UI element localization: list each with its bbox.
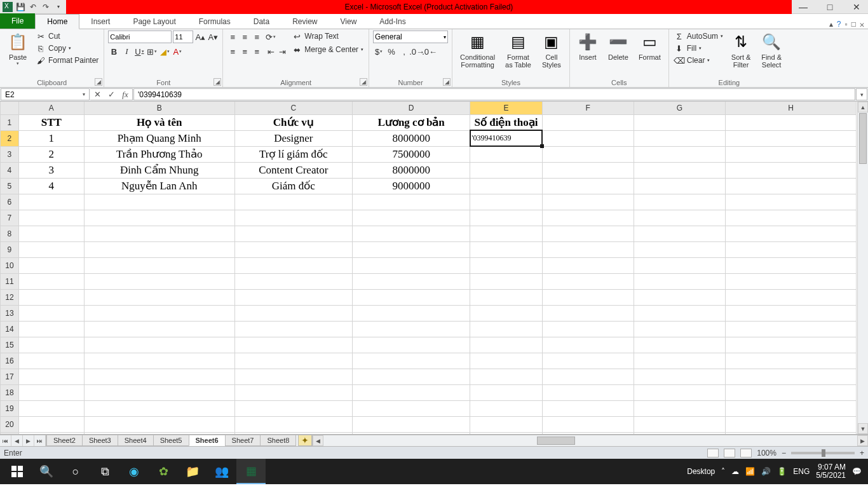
cell[interactable] [725, 114, 856, 130]
first-sheet-icon[interactable]: ⏮ [0, 435, 11, 446]
cell[interactable] [725, 273, 856, 289]
cell[interactable] [470, 289, 542, 305]
horizontal-scrollbar[interactable]: ◀ ▶ [312, 435, 868, 446]
cell[interactable] [84, 257, 234, 273]
cell[interactable] [634, 226, 725, 241]
select-all-corner[interactable] [1, 102, 19, 114]
cell[interactable] [18, 321, 84, 337]
cell[interactable] [634, 178, 725, 194]
cell[interactable] [353, 384, 470, 400]
increase-font-icon[interactable]: A▴ [194, 30, 206, 43]
cell[interactable] [353, 289, 470, 305]
cell[interactable] [725, 257, 856, 273]
sort-filter-button[interactable]: ⇅Sort & Filter [727, 30, 755, 70]
cell[interactable] [234, 257, 352, 273]
cell[interactable] [234, 210, 352, 226]
cell[interactable] [353, 400, 470, 416]
sheet-tab[interactable]: Sheet7 [225, 435, 261, 446]
cell[interactable]: Trần Phương Thảo [84, 146, 234, 162]
formula-bar[interactable]: '0399410639 [133, 88, 855, 100]
cell[interactable] [470, 353, 542, 369]
start-button[interactable] [3, 459, 32, 484]
cell[interactable] [542, 241, 634, 257]
cortana-icon[interactable]: ○ [61, 459, 90, 484]
cut-button[interactable]: ✂Cut [34, 30, 100, 42]
cell[interactable] [542, 432, 634, 435]
format-as-table-button[interactable]: ▤Format as Table [501, 30, 535, 70]
clear-button[interactable]: ⌫Clear▾ [673, 55, 724, 66]
cell[interactable] [234, 369, 352, 384]
cell[interactable] [84, 432, 234, 435]
autosum-button[interactable]: ΣAutoSum▾ [673, 30, 724, 42]
cell[interactable] [353, 241, 470, 257]
column-header[interactable]: E [470, 102, 542, 114]
help-icon[interactable]: ? [837, 20, 841, 29]
row-header[interactable]: 7 [1, 210, 19, 226]
cell[interactable] [725, 353, 856, 369]
row-header[interactable]: 5 [1, 178, 19, 194]
cell[interactable] [18, 210, 84, 226]
align-middle-icon[interactable]: ≡ [239, 30, 250, 43]
scroll-down-icon[interactable]: ▼ [858, 423, 868, 434]
clipboard-dialog-launcher[interactable]: ◢ [95, 78, 102, 86]
cell[interactable] [470, 178, 542, 194]
cell[interactable] [18, 194, 84, 210]
font-size-select[interactable] [173, 30, 193, 43]
cell[interactable] [84, 289, 234, 305]
cell[interactable] [542, 178, 634, 194]
cell[interactable] [84, 384, 234, 400]
cell[interactable] [353, 210, 470, 226]
row-header[interactable]: 16 [1, 353, 19, 369]
italic-button[interactable]: I [121, 45, 132, 58]
cell[interactable] [18, 432, 84, 435]
insert-cells-button[interactable]: ➕Insert [574, 30, 602, 62]
cell[interactable] [725, 226, 856, 241]
notifications-icon[interactable]: 💬 [852, 467, 862, 476]
qat-undo-icon[interactable]: ↶ [28, 2, 38, 12]
cell[interactable] [234, 400, 352, 416]
cell[interactable] [634, 162, 725, 178]
file-explorer-icon[interactable]: 📁 [178, 459, 207, 484]
cell[interactable] [353, 257, 470, 273]
cell[interactable]: Đinh Cẩm Nhung [84, 162, 234, 178]
number-format-select[interactable]: General▾ [373, 30, 448, 43]
row-header[interactable]: 2 [1, 130, 19, 146]
cell[interactable] [634, 257, 725, 273]
qat-redo-icon[interactable]: ↷ [41, 2, 51, 12]
column-header[interactable]: B [84, 102, 234, 114]
task-view-icon[interactable]: ⧉ [90, 459, 119, 484]
cell[interactable]: 9000000 [353, 178, 470, 194]
cell[interactable] [353, 416, 470, 432]
format-painter-button[interactable]: 🖌Format Painter [34, 55, 100, 66]
edge-icon[interactable]: ◉ [119, 459, 149, 484]
decrease-font-icon[interactable]: A▾ [207, 30, 219, 43]
cell[interactable] [18, 384, 84, 400]
alignment-dialog-launcher[interactable]: ◢ [360, 78, 367, 86]
increase-indent-icon[interactable]: ⇥ [276, 45, 288, 58]
cell[interactable] [470, 146, 542, 162]
zoom-out-icon[interactable]: − [782, 449, 786, 458]
cell[interactable]: 8000000 [353, 162, 470, 178]
desktop-label[interactable]: Desktop [687, 467, 715, 476]
cell[interactable] [18, 257, 84, 273]
row-header[interactable]: 14 [1, 321, 19, 337]
cell[interactable] [18, 369, 84, 384]
tab-review[interactable]: Review [281, 15, 329, 29]
cell[interactable] [542, 400, 634, 416]
cell[interactable] [725, 130, 856, 146]
minimize-ribbon-icon[interactable]: ▴ [829, 20, 833, 29]
sheet-tab[interactable]: Sheet3 [82, 435, 118, 446]
tray-chevron-icon[interactable]: ˄ [721, 467, 725, 476]
cell[interactable]: 8000000 [353, 130, 470, 146]
last-sheet-icon[interactable]: ⏭ [34, 435, 46, 446]
cell[interactable] [234, 416, 352, 432]
cell[interactable] [542, 210, 634, 226]
cell[interactable] [470, 432, 542, 435]
prev-sheet-icon[interactable]: ◀ [11, 435, 23, 446]
find-select-button[interactable]: 🔍Find & Select [757, 30, 785, 70]
row-header[interactable]: 4 [1, 162, 19, 178]
new-sheet-button[interactable]: ✦ [298, 435, 312, 446]
cell[interactable] [84, 321, 234, 337]
scroll-right-icon[interactable]: ▶ [857, 435, 868, 446]
decrease-indent-icon[interactable]: ⇤ [265, 45, 276, 58]
